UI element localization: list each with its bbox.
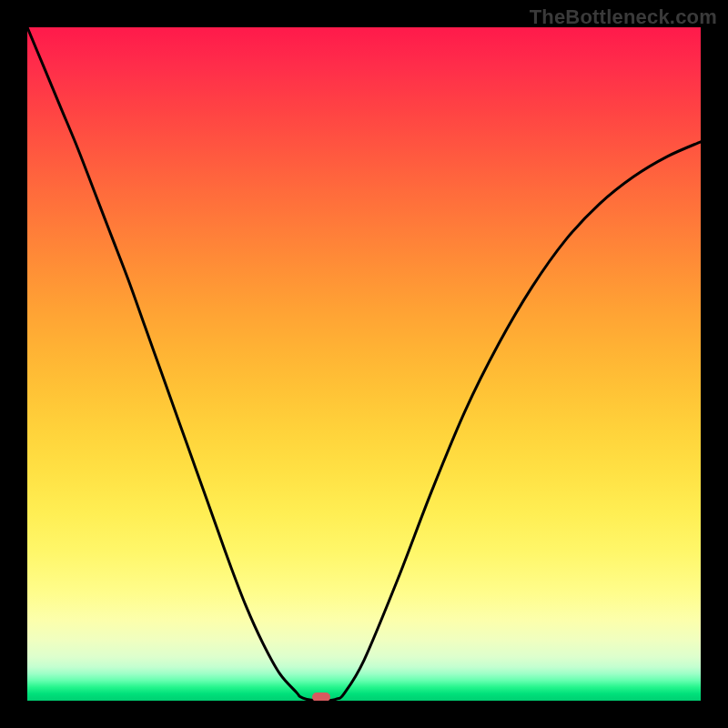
- chart-frame: TheBottleneck.com: [0, 0, 728, 728]
- minimum-marker: [312, 693, 330, 701]
- plot-area: [27, 27, 701, 701]
- bottleneck-curve: [27, 27, 701, 701]
- watermark-text: TheBottleneck.com: [530, 5, 717, 29]
